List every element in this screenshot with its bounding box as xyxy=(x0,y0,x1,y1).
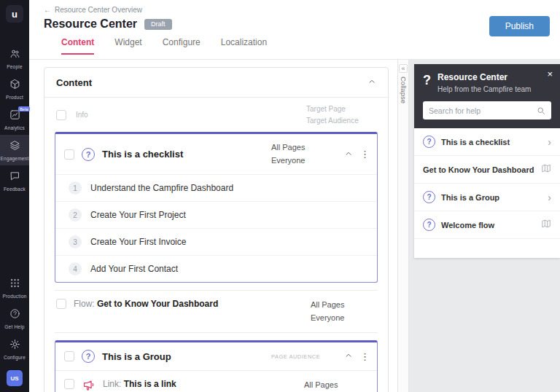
chevron-up-icon[interactable] xyxy=(344,350,353,363)
content-row-flow[interactable]: Flow: Get to Know Your Dashboard All Pag… xyxy=(55,290,378,333)
flow-title: Get to Know Your Dashboard xyxy=(97,299,218,309)
sidebar-item-people[interactable]: People xyxy=(0,43,29,74)
select-all-checkbox[interactable] xyxy=(56,110,66,120)
sidebar-item-engagement[interactable]: Engagement xyxy=(0,135,29,165)
sidebar-item-configure[interactable]: Configure xyxy=(0,334,29,364)
chevron-up-icon[interactable] xyxy=(368,76,376,89)
target-page-value: All Pages xyxy=(271,141,337,154)
chevron-right-icon: › xyxy=(548,137,551,147)
sidebar-item-label: Product xyxy=(6,95,23,100)
status-badge: Draft xyxy=(144,19,172,30)
userpilot-logo[interactable]: u xyxy=(6,5,23,23)
product-icon xyxy=(9,79,20,93)
link-title: This is a link xyxy=(124,379,176,389)
help-icon xyxy=(9,308,20,322)
collapse-chevrons-icon: « xyxy=(399,64,407,73)
people-icon xyxy=(9,48,20,62)
sidebar-item-production[interactable]: Production xyxy=(0,273,29,303)
widget-item-list: ? This is a checklist › Get to Know Your… xyxy=(414,128,560,258)
tab-configure[interactable]: Configure xyxy=(163,37,201,55)
close-icon[interactable]: × xyxy=(547,69,553,79)
search-icon xyxy=(537,106,545,115)
back-arrow-icon: ← xyxy=(44,6,51,14)
map-icon xyxy=(541,219,551,232)
widget-item-flow[interactable]: ? Welcome flow xyxy=(414,211,560,239)
sidebar-item-product[interactable]: Product xyxy=(0,74,29,104)
widget-preview-area: × ? Resource Center Help from the Campfi… xyxy=(409,60,560,392)
page-title: Resource Center xyxy=(44,17,137,31)
widget-subtitle: Help from the Campfire team xyxy=(438,85,531,93)
question-icon: ? xyxy=(423,219,435,231)
row-checkbox[interactable] xyxy=(64,379,74,389)
collapse-sidebar-toggle[interactable]: « Collapse xyxy=(397,60,409,392)
content-panel: Content Info Target Page Target Audience xyxy=(44,67,389,392)
grid-icon xyxy=(9,278,20,291)
widget-item-group[interactable]: ? This is a Group › xyxy=(414,184,560,211)
breadcrumb-label: Resource Center Overview xyxy=(55,6,142,14)
user-avatar[interactable]: US xyxy=(7,370,23,386)
panel-title: Content xyxy=(56,77,92,88)
checklist-step[interactable]: 3 Create Your First Invoice xyxy=(55,228,377,255)
page-header: ← Resource Center Overview Resource Cent… xyxy=(29,0,560,60)
row-checkbox[interactable] xyxy=(64,351,74,361)
breadcrumb[interactable]: ← Resource Center Overview xyxy=(44,6,560,14)
publish-button[interactable]: Publish xyxy=(489,16,550,36)
sidebar-item-label: Get Help xyxy=(4,324,24,329)
question-icon: ? xyxy=(423,74,431,93)
checklist-step[interactable]: 2 Create Your First Project xyxy=(55,201,377,228)
sidebar-item-label: Configure xyxy=(4,355,26,360)
checklist-block: ? This is a checklist All Pages Everyone… xyxy=(55,132,378,283)
content-editor: Content Info Target Page Target Audience xyxy=(29,60,397,392)
resource-center-widget: × ? Resource Center Help from the Campfi… xyxy=(414,64,560,258)
step-number: 4 xyxy=(69,262,82,275)
step-number: 1 xyxy=(69,181,82,195)
target-page-value: All Pages xyxy=(304,379,370,392)
checklist-title: This is a checklist xyxy=(102,149,264,160)
sidebar-item-analytics[interactable]: Beta Analytics xyxy=(0,104,29,135)
sidebar-item-label: People xyxy=(7,64,22,69)
widget-item-flow[interactable]: Get to Know Your Dashboard xyxy=(414,156,560,184)
question-icon: ? xyxy=(423,191,435,203)
sidebar-item-label: Engagement xyxy=(1,156,29,161)
tab-content[interactable]: Content xyxy=(61,37,94,55)
question-icon: ? xyxy=(82,148,95,161)
chevron-up-icon[interactable] xyxy=(344,148,353,161)
sidebar-item-label: Analytics xyxy=(4,125,25,130)
target-audience-value: Everyone xyxy=(271,154,337,168)
checklist-header[interactable]: ? This is a checklist All Pages Everyone… xyxy=(55,134,377,174)
target-audience-value: Everyone xyxy=(311,312,376,325)
step-label: Create Your First Invoice xyxy=(90,237,186,247)
row-checkbox[interactable] xyxy=(64,149,74,160)
megaphone-icon xyxy=(82,379,96,392)
engagement-icon xyxy=(9,140,20,154)
kebab-menu-icon[interactable]: ⋮ xyxy=(360,352,370,361)
column-target-audience: Target Audience xyxy=(306,115,376,127)
content-row-link[interactable]: Link: This is a link The only framework … xyxy=(55,370,377,392)
question-icon: ? xyxy=(82,350,95,363)
question-icon: ? xyxy=(423,136,435,148)
tab-widget[interactable]: Widget xyxy=(114,37,141,55)
tab-localization[interactable]: Localization xyxy=(221,37,267,55)
widget-search xyxy=(423,101,551,119)
widget-item-checklist[interactable]: ? This is a checklist › xyxy=(414,128,560,156)
target-page-value: All Pages xyxy=(311,299,376,312)
sidebar-item-feedback[interactable]: Feedback xyxy=(0,165,29,196)
group-header[interactable]: ? This is a Group PAGE AUDIENCE ⋮ xyxy=(55,342,377,370)
sidebar-item-get-help[interactable]: Get Help xyxy=(0,303,29,334)
checklist-step[interactable]: 1 Understand the Campfire Dashboard xyxy=(55,174,377,201)
feedback-icon xyxy=(9,170,20,184)
sidebar-item-label: Feedback xyxy=(4,187,26,192)
checklist-step[interactable]: 4 Add Your First Contact xyxy=(55,255,377,282)
step-label: Create Your First Project xyxy=(90,210,186,220)
row-checkbox[interactable] xyxy=(56,299,66,309)
column-info: Info xyxy=(76,111,88,119)
kebab-menu-icon[interactable]: ⋮ xyxy=(360,149,370,159)
search-input[interactable] xyxy=(429,106,537,115)
group-columns-label: PAGE AUDIENCE xyxy=(271,353,337,360)
step-number: 3 xyxy=(69,235,82,248)
group-block: ? This is a Group PAGE AUDIENCE ⋮ xyxy=(55,340,378,392)
step-label: Understand the Campfire Dashboard xyxy=(90,183,233,193)
left-sidebar: u People Product Beta Analytics xyxy=(0,0,29,392)
content-type-label: Flow: xyxy=(74,299,95,309)
step-label: Add Your First Contact xyxy=(90,264,178,274)
